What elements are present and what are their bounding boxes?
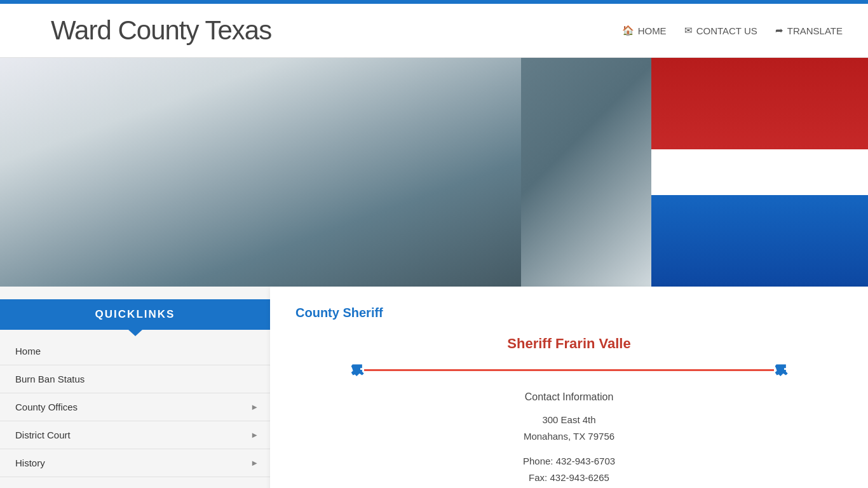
section-title: County Sheriff xyxy=(295,306,843,320)
contact-info: Contact Information 300 East 4th Monahan… xyxy=(295,391,843,485)
quicklinks-header: QUICKLINKS xyxy=(0,299,270,330)
site-title: Ward County Texas xyxy=(51,15,271,46)
chevron-right-icon: ► xyxy=(250,458,259,468)
content-area: County Sheriff Sheriff Frarin Valle Cont… xyxy=(270,287,868,488)
email-icon: ✉ xyxy=(684,25,693,36)
sidebar-item-county-offices[interactable]: County Offices ► xyxy=(0,393,270,421)
contact-nav-link[interactable]: ✉ CONTACT US xyxy=(684,25,757,36)
sidebar-item-history[interactable]: History ► xyxy=(0,449,270,477)
texas-icon-right xyxy=(774,363,788,376)
sidebar-link-history[interactable]: History ► xyxy=(0,449,270,477)
sidebar-link-home[interactable]: Home xyxy=(0,337,270,365)
sidebar-nav: Home Burn Ban Status County Offices ► Di… xyxy=(0,337,270,477)
main-layout: QUICKLINKS Home Burn Ban Status County O… xyxy=(0,287,868,488)
texas-divider xyxy=(350,363,788,376)
sidebar-link-burn-ban[interactable]: Burn Ban Status xyxy=(0,365,270,393)
sidebar-link-district-court[interactable]: District Court ► xyxy=(0,421,270,449)
sidebar-item-district-court[interactable]: District Court ► xyxy=(0,421,270,449)
sheriff-name: Sheriff Frarin Valle xyxy=(295,336,843,352)
contact-label: Contact Information xyxy=(295,391,843,403)
chevron-right-icon: ► xyxy=(250,402,259,412)
content-card: County Sheriff Sheriff Frarin Valle Cont… xyxy=(270,287,868,488)
home-nav-link[interactable]: 🏠 HOME xyxy=(622,25,667,36)
home-icon: 🏠 xyxy=(622,25,634,36)
translate-icon: ➦ xyxy=(775,25,783,36)
address: 300 East 4th Monahans, TX 79756 xyxy=(295,412,843,444)
translate-nav-link[interactable]: ➦ TRANSLATE xyxy=(775,25,843,36)
phone-fax: Phone: 432-943-6703 Fax: 432-943-6265 xyxy=(295,453,843,485)
main-nav: 🏠 HOME ✉ CONTACT US ➦ TRANSLATE xyxy=(622,25,843,36)
chevron-right-icon: ► xyxy=(250,430,259,440)
sidebar: QUICKLINKS Home Burn Ban Status County O… xyxy=(0,287,270,488)
site-header: Ward County Texas 🏠 HOME ✉ CONTACT US ➦ … xyxy=(0,4,868,58)
sidebar-item-burn-ban[interactable]: Burn Ban Status xyxy=(0,365,270,393)
sidebar-item-home[interactable]: Home xyxy=(0,337,270,365)
sidebar-link-county-offices[interactable]: County Offices ► xyxy=(0,393,270,421)
red-line xyxy=(364,369,774,371)
texas-icon-left xyxy=(350,363,364,376)
hero-banner xyxy=(0,58,868,287)
